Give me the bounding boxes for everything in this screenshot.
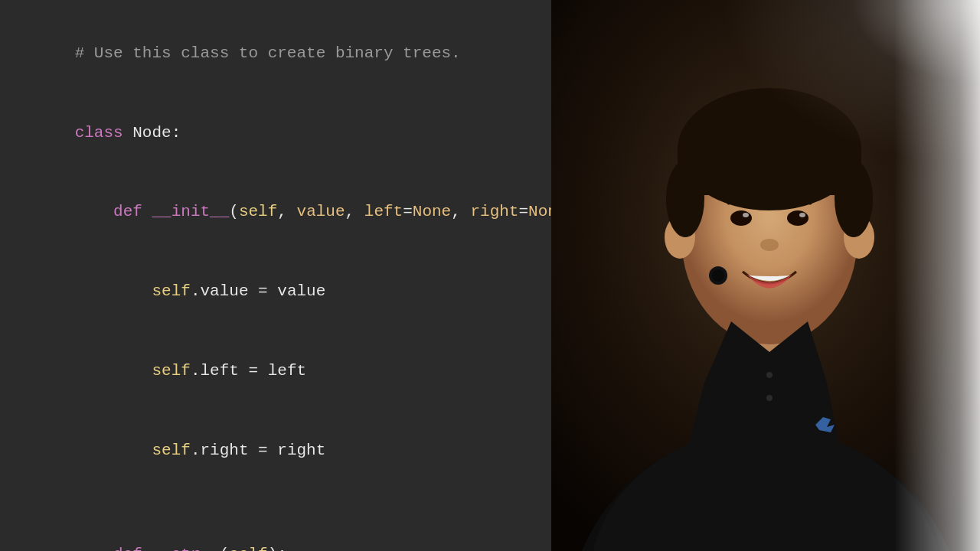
code-line: class Node: (17, 93, 611, 173)
code-line: def __init__(self, value, left=None, rig… (17, 173, 611, 253)
code-line: self.left = left (17, 332, 611, 412)
code-line: # Use this class to create binary trees. (17, 14, 611, 93)
svg-rect-21 (551, 0, 980, 276)
blank-line (17, 491, 611, 516)
code-block: # Use this class to create binary trees.… (17, 14, 611, 551)
person-panel (551, 0, 980, 551)
code-line: self.value = value (17, 253, 611, 332)
code-panel: # Use this class to create binary trees.… (0, 0, 628, 551)
instructor-image (551, 0, 980, 551)
code-line: def __str__(self): (17, 516, 611, 551)
code-line: self.right = right (17, 412, 611, 491)
